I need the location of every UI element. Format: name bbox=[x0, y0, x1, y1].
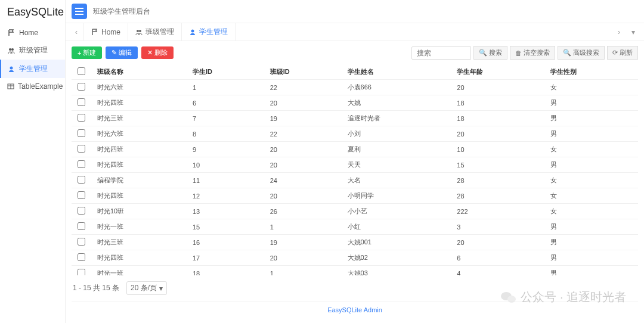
table-cell: 1 bbox=[187, 80, 264, 95]
row-checkbox[interactable] bbox=[78, 176, 85, 184]
table-row[interactable]: 时光四班1020天天15男 bbox=[72, 157, 638, 173]
search-input[interactable] bbox=[411, 46, 471, 60]
table-row[interactable]: 时光一班181大姚034男 bbox=[72, 266, 638, 276]
column-header[interactable]: 班级名称 bbox=[91, 64, 187, 80]
svg-point-6 bbox=[191, 29, 194, 32]
column-header[interactable]: 班级ID bbox=[264, 64, 342, 80]
tab-menu-button[interactable]: ▾ bbox=[626, 24, 640, 40]
table-cell: 男 bbox=[544, 111, 638, 126]
row-checkbox[interactable] bbox=[78, 145, 85, 153]
tab-scroll-right-button[interactable]: › bbox=[612, 24, 626, 40]
column-header[interactable]: 学生性别 bbox=[544, 64, 638, 80]
table-row[interactable]: 时光一班151小红3男 bbox=[72, 219, 638, 235]
search-button[interactable]: 🔍搜索 bbox=[473, 46, 507, 60]
column-header[interactable]: 学生年龄 bbox=[451, 64, 544, 80]
refresh-icon: ⟳ bbox=[612, 49, 618, 57]
table-cell: 大名 bbox=[342, 173, 451, 188]
users-icon bbox=[135, 29, 143, 36]
table-cell: 6 bbox=[451, 250, 544, 266]
row-checkbox[interactable] bbox=[78, 238, 85, 246]
table-cell: 时光四班 bbox=[91, 142, 187, 157]
table-row[interactable]: 时光六班122小袁66620女 bbox=[72, 80, 638, 95]
table-cell: 追逐时光者 bbox=[342, 111, 451, 126]
row-checkbox[interactable] bbox=[78, 207, 85, 215]
table-cell: 28 bbox=[451, 173, 544, 188]
table-row[interactable]: 时光四班1220小明同学28女 bbox=[72, 188, 638, 204]
table-row[interactable]: 编程学院1124大名28女 bbox=[72, 173, 638, 188]
table-cell: 22 bbox=[264, 80, 342, 95]
row-checkbox[interactable] bbox=[78, 222, 85, 230]
sidebar-item-0[interactable]: Home bbox=[0, 24, 65, 41]
footer-text: EasySQLite Admin bbox=[72, 301, 638, 318]
table-row[interactable]: 时光三班719追逐时光者18男 bbox=[72, 111, 638, 126]
create-button[interactable]: +新建 bbox=[72, 46, 102, 59]
table-cell: 小小艺 bbox=[342, 204, 451, 219]
clear-search-button[interactable]: 🗑清空搜索 bbox=[510, 46, 555, 60]
row-checkbox[interactable] bbox=[78, 129, 85, 137]
table-cell: 18 bbox=[187, 266, 264, 276]
table-cell: 1 bbox=[264, 219, 342, 235]
table-cell: 男 bbox=[544, 250, 638, 266]
page-size-select[interactable]: 20 条/页▾ bbox=[126, 281, 167, 295]
tab-2[interactable]: 学生管理 bbox=[182, 23, 236, 41]
table-cell: 18 bbox=[451, 95, 544, 111]
table-cell: 19 bbox=[264, 111, 342, 126]
tab-label: 班级管理 bbox=[145, 27, 174, 37]
edit-icon: ✎ bbox=[112, 49, 117, 57]
sidebar-item-3[interactable]: TableExample bbox=[0, 78, 65, 95]
search-icon: 🔍 bbox=[479, 49, 487, 57]
tab-1[interactable]: 班级管理 bbox=[128, 23, 182, 41]
table-cell: 男 bbox=[544, 157, 638, 173]
sidebar-item-1[interactable]: 班级管理 bbox=[0, 41, 65, 60]
table-cell: 19 bbox=[264, 235, 342, 250]
row-checkbox[interactable] bbox=[78, 191, 85, 199]
refresh-button[interactable]: ⟳刷新 bbox=[607, 46, 638, 60]
table-cell: 时光六班 bbox=[91, 80, 187, 95]
table-cell: 编程学院 bbox=[91, 173, 187, 188]
table-row[interactable]: 时光四班620大姚18男 bbox=[72, 95, 638, 111]
svg-point-5 bbox=[139, 30, 141, 32]
table-row[interactable]: 时光六班822小刘20男 bbox=[72, 126, 638, 142]
row-checkbox[interactable] bbox=[78, 98, 85, 106]
edit-button[interactable]: ✎编辑 bbox=[106, 46, 138, 59]
table-cell: 24 bbox=[264, 173, 342, 188]
row-checkbox[interactable] bbox=[78, 253, 85, 261]
table-cell: 1 bbox=[264, 266, 342, 276]
table-cell: 女 bbox=[544, 188, 638, 204]
x-icon: ✕ bbox=[147, 49, 153, 57]
table-cell: 16 bbox=[187, 235, 264, 250]
user-icon bbox=[189, 29, 196, 36]
delete-button[interactable]: ✕删除 bbox=[141, 46, 174, 59]
table-row[interactable]: 时光四班1720大姚026男 bbox=[72, 250, 638, 266]
row-checkbox[interactable] bbox=[78, 83, 85, 91]
row-checkbox[interactable] bbox=[78, 160, 85, 168]
flag-icon bbox=[91, 29, 98, 36]
flag-icon bbox=[7, 29, 16, 37]
sidebar-item-2[interactable]: 学生管理 bbox=[0, 60, 65, 78]
tab-scroll-left-button[interactable]: ‹ bbox=[69, 24, 83, 40]
row-checkbox[interactable] bbox=[78, 114, 85, 122]
table-cell: 小袁666 bbox=[342, 80, 451, 95]
tab-label: Home bbox=[101, 28, 120, 36]
table-row[interactable]: 时光10班1326小小艺222女 bbox=[72, 204, 638, 219]
table-cell: 20 bbox=[264, 157, 342, 173]
advanced-search-button[interactable]: 🔍高级搜索 bbox=[558, 46, 605, 60]
row-checkbox[interactable] bbox=[78, 269, 85, 275]
table-cell: 11 bbox=[187, 173, 264, 188]
users-icon bbox=[7, 46, 16, 55]
sidebar-item-label: 学生管理 bbox=[19, 64, 48, 74]
table-row[interactable]: 时光四班920夏利10女 bbox=[72, 142, 638, 157]
column-header[interactable]: 学生ID bbox=[187, 64, 264, 80]
menu-toggle-button[interactable] bbox=[72, 4, 87, 19]
svg-point-2 bbox=[10, 66, 13, 69]
table-cell: 男 bbox=[544, 219, 638, 235]
sidebar-item-label: 班级管理 bbox=[19, 45, 48, 55]
select-all-checkbox[interactable] bbox=[78, 67, 85, 75]
table-cell: 20 bbox=[264, 95, 342, 111]
tab-0[interactable]: Home bbox=[83, 23, 128, 41]
table-row[interactable]: 时光三班1619大姚00120男 bbox=[72, 235, 638, 250]
table-cell: 小红 bbox=[342, 219, 451, 235]
column-header[interactable]: 学生姓名 bbox=[342, 64, 451, 80]
page-info: 1 - 15 共 15 条 bbox=[73, 283, 119, 293]
table-cell: 小明同学 bbox=[342, 188, 451, 204]
